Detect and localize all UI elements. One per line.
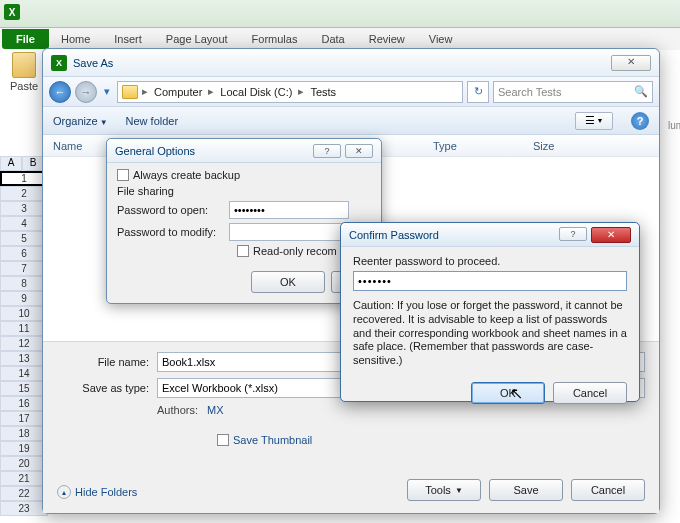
search-placeholder: Search Tests <box>498 86 561 98</box>
row-header[interactable]: 17 <box>0 411 48 426</box>
paste-button[interactable]: Paste <box>4 52 44 100</box>
row-header[interactable]: 13 <box>0 351 48 366</box>
folder-icon <box>122 85 138 99</box>
row-header[interactable]: 12 <box>0 336 48 351</box>
breadcrumb-segment[interactable]: Local Disk (C:) <box>218 86 294 98</box>
row-header[interactable]: 2 <box>0 186 48 201</box>
row-header[interactable]: 11 <box>0 321 48 336</box>
dialog-titlebar[interactable]: General Options ? ✕ <box>107 139 381 163</box>
tab-file[interactable]: File <box>2 29 49 49</box>
search-input[interactable]: Search Tests 🔍 <box>493 81 653 103</box>
tab-home[interactable]: Home <box>49 30 102 48</box>
chevron-right-icon: ▸ <box>142 85 148 98</box>
breadcrumb-segment[interactable]: Tests <box>308 86 338 98</box>
back-button[interactable]: ← <box>49 81 71 103</box>
ok-button[interactable]: OK <box>251 271 325 293</box>
password-modify-label: Password to modify: <box>117 226 225 238</box>
chevron-down-icon: ▼ <box>100 118 108 127</box>
forward-button[interactable]: → <box>75 81 97 103</box>
save-thumbnail-checkbox[interactable]: Save Thumbnail <box>217 434 645 446</box>
hide-folders-toggle[interactable]: ▴ Hide Folders <box>57 485 137 499</box>
command-bar: Organize▼ New folder ☰▼ ? <box>43 107 659 135</box>
search-icon: 🔍 <box>634 85 648 98</box>
tab-data[interactable]: Data <box>309 30 356 48</box>
row-header[interactable]: 22 <box>0 486 48 501</box>
tools-menu[interactable]: Tools▼ <box>407 479 481 501</box>
row-header[interactable]: 8 <box>0 276 48 291</box>
row-header[interactable]: 21 <box>0 471 48 486</box>
quick-access-toolbar-bg: X <box>0 0 680 28</box>
checkbox-icon <box>237 245 249 257</box>
cancel-button[interactable]: Cancel <box>571 479 645 501</box>
chevron-up-icon: ▴ <box>57 485 71 499</box>
tab-review[interactable]: Review <box>357 30 417 48</box>
close-button[interactable]: ✕ <box>345 144 373 158</box>
refresh-button[interactable]: ↻ <box>467 81 489 103</box>
chevron-down-icon: ▼ <box>597 117 604 124</box>
password-open-label: Password to open: <box>117 204 225 216</box>
breadcrumb[interactable]: ▸ Computer ▸ Local Disk (C:) ▸ Tests <box>117 81 463 103</box>
worksheet-grid: A B 1 2 3 4 5 6 7 8 9 10 11 12 13 14 15 … <box>0 156 48 516</box>
help-button[interactable]: ? <box>313 144 341 158</box>
filename-label: File name: <box>57 356 149 368</box>
dialog-title: Save As <box>73 57 113 69</box>
dialog-titlebar[interactable]: X Save As ✕ <box>43 49 659 77</box>
row-header[interactable]: 5 <box>0 231 48 246</box>
row-header[interactable]: 15 <box>0 381 48 396</box>
new-folder-button[interactable]: New folder <box>126 115 179 127</box>
breadcrumb-segment[interactable]: Computer <box>152 86 204 98</box>
authors-value[interactable]: MX <box>207 404 224 416</box>
cancel-button[interactable]: Cancel <box>553 382 627 404</box>
nav-history-dropdown[interactable]: ▾ <box>101 81 113 103</box>
row-header[interactable]: 18 <box>0 426 48 441</box>
row-header[interactable]: 6 <box>0 246 48 261</box>
close-button[interactable]: ✕ <box>591 227 631 243</box>
tab-view[interactable]: View <box>417 30 465 48</box>
truncated-label: lum <box>668 120 680 131</box>
authors-label: Authors: <box>157 404 198 416</box>
tab-insert[interactable]: Insert <box>102 30 154 48</box>
paste-label: Paste <box>4 80 44 92</box>
help-button[interactable]: ? <box>559 227 587 241</box>
tab-page-layout[interactable]: Page Layout <box>154 30 240 48</box>
chevron-right-icon: ▸ <box>208 85 214 98</box>
excel-icon: X <box>4 4 20 20</box>
reenter-password-input[interactable] <box>353 271 627 291</box>
organize-menu[interactable]: Organize▼ <box>53 115 108 127</box>
column-header-type[interactable]: Type <box>433 140 533 152</box>
ok-button[interactable]: OK <box>471 382 545 404</box>
row-header[interactable]: 19 <box>0 441 48 456</box>
close-button[interactable]: ✕ <box>611 55 651 71</box>
nav-bar: ← → ▾ ▸ Computer ▸ Local Disk (C:) ▸ Tes… <box>43 77 659 107</box>
always-backup-checkbox[interactable]: Always create backup <box>117 169 371 181</box>
chevron-right-icon: ▸ <box>298 85 304 98</box>
row-header[interactable]: 3 <box>0 201 48 216</box>
row-header[interactable]: 1 <box>0 171 48 186</box>
row-header[interactable]: 16 <box>0 396 48 411</box>
row-header[interactable]: 20 <box>0 456 48 471</box>
password-modify-input[interactable] <box>229 223 349 241</box>
row-header[interactable]: 10 <box>0 306 48 321</box>
view-options-button[interactable]: ☰▼ <box>575 112 613 130</box>
col-header[interactable]: A <box>0 156 22 171</box>
tab-formulas[interactable]: Formulas <box>240 30 310 48</box>
prompt-text: Reenter password to proceed. <box>353 255 627 267</box>
chevron-down-icon: ▼ <box>455 486 463 495</box>
dialog-titlebar[interactable]: Confirm Password ? ✕ <box>341 223 639 247</box>
help-button[interactable]: ? <box>631 112 649 130</box>
column-header-size[interactable]: Size <box>533 140 593 152</box>
row-header[interactable]: 4 <box>0 216 48 231</box>
password-open-input[interactable] <box>229 201 349 219</box>
confirm-password-dialog: Confirm Password ? ✕ Reenter password to… <box>340 222 640 402</box>
view-icon: ☰ <box>585 114 595 127</box>
row-header[interactable]: 7 <box>0 261 48 276</box>
clipboard-icon <box>12 52 36 78</box>
row-header[interactable]: 9 <box>0 291 48 306</box>
save-button[interactable]: Save <box>489 479 563 501</box>
row-header[interactable]: 23 <box>0 501 48 516</box>
row-header[interactable]: 14 <box>0 366 48 381</box>
checkbox-icon <box>217 434 229 446</box>
savetype-label: Save as type: <box>57 382 149 394</box>
col-header[interactable]: B <box>22 156 44 171</box>
caution-text: Caution: If you lose or forget the passw… <box>353 299 627 368</box>
